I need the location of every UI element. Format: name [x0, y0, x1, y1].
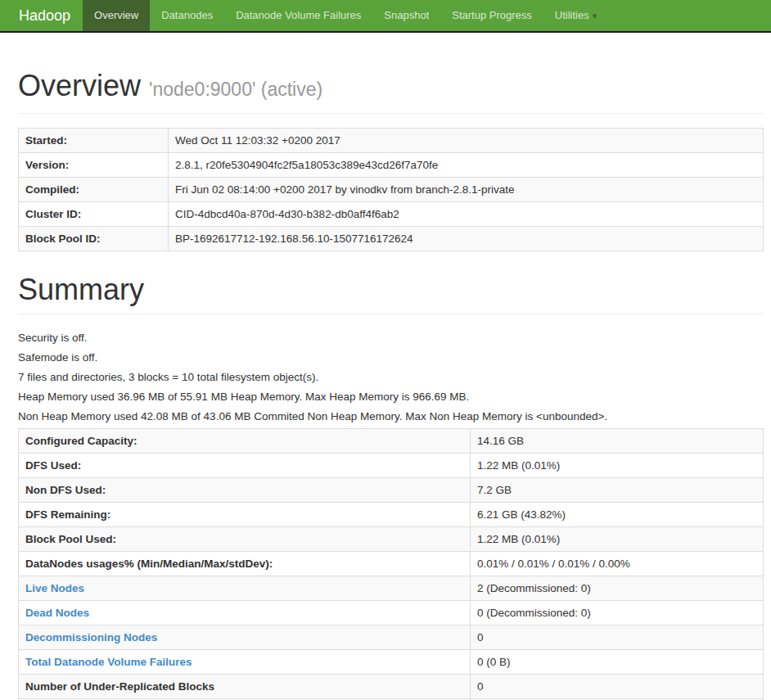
row-label: DFS Remaining:: [19, 503, 471, 527]
row-value: 0.01% / 0.01% / 0.01% / 0.00%: [471, 552, 764, 576]
row-value: 0: [471, 675, 764, 699]
table-row-dead-nodes: Dead Nodes0 (Decommissioned: 0): [19, 601, 764, 625]
table-row-non-dfs-used: Non DFS Used:7.2 GB: [19, 478, 764, 503]
top-navbar: Hadoop OverviewDatanodesDatanode Volume …: [0, 0, 771, 33]
summary-paragraphs: Security is off.Safemode is off.7 files …: [18, 330, 764, 425]
table-row-block-pool-id: Block Pool ID:BP-1692617712-192.168.56.1…: [19, 227, 764, 251]
summary-title: Summary: [18, 274, 764, 305]
table-row-live-nodes: Live Nodes2 (Decommissioned: 0): [19, 576, 764, 601]
nav-item-datanodes[interactable]: Datanodes: [150, 0, 224, 31]
table-row-configured-capacity: Configured Capacity:14.16 GB: [19, 429, 764, 454]
row-value: 0 (Decommissioned: 0): [471, 601, 764, 625]
row-label: Cluster ID:: [19, 202, 169, 227]
divider: [18, 314, 764, 314]
row-label: Block Pool Used:: [19, 527, 471, 552]
summary-paragraph: Security is off.: [18, 330, 764, 346]
table-row-total-datanode-volume-failures: Total Datanode Volume Failures0 (0 B): [19, 650, 764, 675]
row-label: Number of Under-Replicated Blocks: [19, 675, 471, 699]
table-row-dfs-remaining: DFS Remaining:6.21 GB (43.82%): [19, 503, 764, 527]
summary-paragraph: 7 files and directories, 3 blocks = 10 t…: [18, 369, 764, 386]
row-label: DFS Used:: [19, 454, 471, 478]
row-label: Decommissioning Nodes: [19, 625, 471, 650]
summary-table: Configured Capacity:14.16 GBDFS Used:1.2…: [18, 428, 764, 700]
row-value: BP-1692617712-192.168.56.10-150771617262…: [169, 227, 764, 251]
caret-down-icon: ▾: [593, 0, 597, 31]
row-value: 2.8.1, r20fe5304904fc2f5a18053c389e43cd2…: [169, 153, 764, 178]
table-row-number-of-under-replicated-blocks: Number of Under-Replicated Blocks0: [19, 675, 764, 699]
brand-hadoop[interactable]: Hadoop: [7, 0, 83, 31]
namenode-address-label: 'node0:9000' (active): [149, 79, 322, 100]
link-dead-nodes[interactable]: Dead Nodes: [25, 607, 89, 619]
nav-item-datanode-volume-failures[interactable]: Datanode Volume Failures: [224, 0, 372, 31]
table-row-version: Version:2.8.1, r20fe5304904fc2f5a18053c3…: [19, 153, 764, 178]
link-live-nodes[interactable]: Live Nodes: [25, 582, 84, 594]
row-label: Live Nodes: [19, 576, 471, 601]
table-row-decommissioning-nodes: Decommissioning Nodes0: [19, 625, 764, 650]
row-label: Started:: [19, 129, 169, 153]
page-title: Overview 'node0:9000' (active): [18, 70, 764, 105]
row-value: Wed Oct 11 12:03:32 +0200 2017: [169, 129, 764, 153]
nav-item-snapshot[interactable]: Snapshot: [372, 0, 440, 31]
row-value: 2 (Decommissioned: 0): [471, 576, 764, 601]
row-value: 0 (0 B): [471, 650, 764, 675]
page-content: Overview 'node0:9000' (active) Started:W…: [0, 70, 771, 700]
link-total-datanode-volume-failures[interactable]: Total Datanode Volume Failures: [25, 656, 192, 668]
summary-paragraph: Safemode is off.: [18, 350, 764, 366]
row-label: Dead Nodes: [19, 601, 471, 625]
row-value: 14.16 GB: [471, 429, 764, 454]
summary-paragraph: Non Heap Memory used 42.08 MB of 43.06 M…: [18, 409, 764, 425]
table-row-compiled: Compiled:Fri Jun 02 08:14:00 +0200 2017 …: [19, 178, 764, 202]
row-label: Non DFS Used:: [19, 478, 471, 503]
row-label: Total Datanode Volume Failures: [19, 650, 471, 675]
row-value: Fri Jun 02 08:14:00 +0200 2017 by vinodk…: [169, 178, 764, 202]
row-value: 7.2 GB: [471, 478, 764, 503]
nav-item-overview[interactable]: Overview: [83, 0, 150, 31]
table-row-dfs-used: DFS Used:1.22 MB (0.01%): [19, 454, 764, 478]
table-row-datanodes-usages-min-median-max-stddev: DataNodes usages% (Min/Median/Max/stdDev…: [19, 552, 764, 576]
row-value: 6.21 GB (43.82%): [471, 503, 764, 527]
row-value: 1.22 MB (0.01%): [471, 527, 764, 552]
row-value: 1.22 MB (0.01%): [471, 454, 764, 478]
summary-paragraph: Heap Memory used 36.96 MB of 55.91 MB He…: [18, 389, 764, 405]
page-title-text: Overview: [18, 69, 141, 102]
row-value: 0: [471, 625, 764, 650]
table-row-cluster-id: Cluster ID:CID-4dbcd40a-870d-4d30-b382-d…: [19, 202, 764, 227]
row-label: Block Pool ID:: [19, 227, 169, 251]
row-value: CID-4dbcd40a-870d-4d30-b382-db0aff4f6ab2: [169, 202, 764, 227]
divider: [18, 113, 764, 114]
table-row-started: Started:Wed Oct 11 12:03:32 +0200 2017: [19, 129, 764, 153]
row-label: Compiled:: [19, 178, 169, 202]
link-decommissioning-nodes[interactable]: Decommissioning Nodes: [25, 631, 157, 644]
row-label: DataNodes usages% (Min/Median/Max/stdDev…: [19, 552, 471, 576]
nav-items: OverviewDatanodesDatanode Volume Failure…: [83, 0, 608, 31]
row-label: Version:: [19, 153, 169, 178]
row-label: Configured Capacity:: [19, 429, 471, 454]
namenode-info-table: Started:Wed Oct 11 12:03:32 +0200 2017Ve…: [18, 128, 764, 251]
nav-item-startup-progress[interactable]: Startup Progress: [440, 0, 543, 31]
nav-item-utilities[interactable]: Utilities▾: [543, 0, 608, 31]
table-row-block-pool-used: Block Pool Used:1.22 MB (0.01%): [19, 527, 764, 552]
